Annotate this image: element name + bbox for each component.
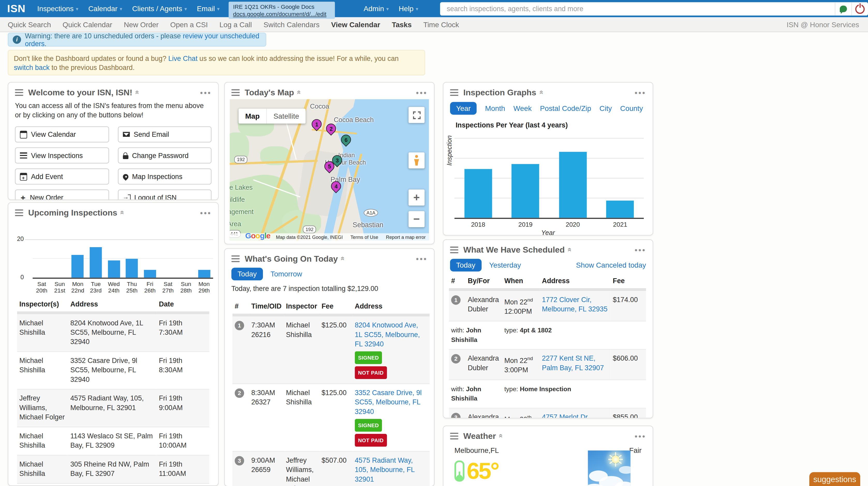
- table-row[interactable]: 1 7:30AM26216 Michael Shishilla $125.00 …: [232, 315, 429, 384]
- nav-clients-agents[interactable]: Clients / Agents▾: [127, 4, 192, 13]
- drag-handle-icon[interactable]: [450, 246, 458, 253]
- signed-badge: SIGNED: [355, 351, 382, 364]
- change-password-button[interactable]: Change Password: [118, 147, 212, 164]
- logout-button[interactable]: [852, 2, 868, 16]
- table-row[interactable]: Michael Shishilla8204 Knotwood Ave, 1L S…: [17, 313, 209, 351]
- table-row[interactable]: 2 Alexandra Dubler Mon 22nd3:00PM 2277 K…: [449, 349, 646, 380]
- nav-admin[interactable]: Admin▾: [359, 4, 394, 13]
- chat-button[interactable]: [835, 2, 851, 16]
- view-calendar-button[interactable]: View Calendar: [15, 126, 109, 142]
- map-label-cocoa-beach: Cocoa Beach: [334, 116, 374, 123]
- subnav-quick-calendar[interactable]: Quick Calendar: [63, 20, 112, 28]
- card-menu-icon[interactable]: ●●●: [416, 256, 428, 261]
- google-map[interactable]: Cocoa Cocoa Beach Indian Harbour Beach P…: [230, 99, 429, 240]
- table-row[interactable]: Jeffrey Williams, Michael Folger106 Atla…: [17, 483, 209, 486]
- drag-handle-icon[interactable]: [450, 89, 458, 95]
- terms-of-use-link[interactable]: Terms of Use: [350, 234, 378, 240]
- search-input[interactable]: [440, 5, 835, 13]
- subnav-new-order[interactable]: New Order: [124, 20, 158, 28]
- col-when: When: [502, 275, 539, 290]
- report-map-error-link[interactable]: Report a map error: [386, 234, 426, 240]
- switch-back-link[interactable]: switch back: [14, 64, 50, 72]
- logout-isn-button[interactable]: Logout of ISN: [118, 190, 212, 200]
- card-menu-icon[interactable]: ●●●: [200, 89, 212, 95]
- collapse-icon[interactable]: «: [133, 90, 142, 94]
- address-link[interactable]: 3352 Casare Drive, 9l SC55, Melbourne, F…: [355, 389, 422, 416]
- address-link[interactable]: 4757 Merlot Dr, Rockledge, FL 32955: [542, 413, 608, 419]
- map-type-satellite-button[interactable]: Satellite: [267, 109, 306, 123]
- suggestions-button[interactable]: suggestions: [809, 472, 860, 486]
- collapse-icon[interactable]: «: [295, 90, 304, 94]
- subnav-quick-search[interactable]: Quick Search: [8, 20, 51, 28]
- table-row[interactable]: Michael Shishilla1143 Weslaco St SE, Pal…: [17, 427, 209, 455]
- address-link[interactable]: 4575 Radiant Way, 105, Melbourne, FL 329…: [355, 457, 414, 483]
- table-row[interactable]: 3 Alexandra Dubler Mon 29th11:30AM 4757 …: [449, 408, 646, 419]
- drag-handle-icon[interactable]: [450, 432, 458, 439]
- nav-help[interactable]: Help▾: [394, 4, 423, 13]
- subnav-switch-calendars[interactable]: Switch Calendars: [264, 20, 319, 28]
- add-event-button[interactable]: Add Event: [15, 168, 109, 184]
- new-order-button[interactable]: +New Order: [15, 190, 109, 200]
- address-link[interactable]: 1772 Clover Cir, Melbourne, FL 32935: [542, 296, 608, 313]
- card-menu-icon[interactable]: ●●●: [416, 89, 428, 95]
- tab-city[interactable]: City: [599, 104, 612, 112]
- address-link[interactable]: 2277 Kent St NE, Palm Bay, FL 32907: [542, 355, 604, 372]
- card-menu-icon[interactable]: ●●●: [200, 210, 212, 215]
- nav-email[interactable]: Email▾: [192, 4, 224, 13]
- drag-handle-icon[interactable]: [231, 89, 240, 95]
- tab-today[interactable]: Today: [231, 267, 263, 280]
- subnav-open-a-csi[interactable]: Open a CSI: [170, 20, 208, 28]
- pegman-control[interactable]: [409, 152, 425, 168]
- show-canceled-link[interactable]: Show Canceled today: [576, 261, 646, 269]
- route-shield-192: 192: [234, 156, 248, 164]
- table-row[interactable]: Michael Shishilla3352 Casare Drive, 9l S…: [17, 351, 209, 389]
- map-marker-icon: [121, 173, 129, 180]
- nav-calendar[interactable]: Calendar▾: [83, 4, 127, 13]
- weather-location: Melbourne,FL: [455, 446, 499, 454]
- map-inspections-button[interactable]: Map Inspections: [118, 168, 212, 184]
- drag-handle-icon[interactable]: [15, 209, 23, 216]
- account-label: ISN @ Honor Services: [787, 20, 859, 28]
- collapse-icon[interactable]: «: [339, 256, 347, 260]
- collapse-icon[interactable]: «: [537, 90, 546, 94]
- table-row[interactable]: 2 8:30AM26327 Michael Shishilla $125.00 …: [232, 384, 429, 451]
- send-email-button[interactable]: Send Email: [118, 126, 212, 142]
- card-menu-icon[interactable]: ●●●: [634, 89, 646, 95]
- subnav-time-clock[interactable]: Time Clock: [424, 20, 459, 28]
- fullscreen-button[interactable]: [409, 107, 425, 123]
- view-inspections-button[interactable]: View Inspections: [15, 147, 109, 164]
- map-label-wildlife-area: Three LakesWildlife ManagementArea: [230, 181, 267, 230]
- map-marker-2[interactable]: 2: [324, 121, 338, 136]
- isn-logo[interactable]: ISN: [7, 3, 26, 15]
- tab-postal-code[interactable]: Postal Code/Zip: [540, 104, 591, 112]
- tab-tomorrow[interactable]: Tomorrow: [271, 270, 302, 278]
- tab-year[interactable]: Year: [450, 102, 477, 115]
- tab-week[interactable]: Week: [514, 104, 532, 112]
- chevron-down-icon: ▾: [120, 6, 122, 11]
- tab-month[interactable]: Month: [485, 104, 505, 112]
- subnav-view-calendar[interactable]: View Calendar: [331, 20, 380, 28]
- map-type-map-button[interactable]: Map: [239, 109, 266, 123]
- card-menu-icon[interactable]: ●●●: [634, 433, 646, 438]
- sun-icon: [611, 455, 620, 464]
- table-row[interactable]: 1 Alexandra Dubler Mon 22nd12:00PM 1772 …: [449, 290, 646, 321]
- drag-handle-icon[interactable]: [231, 255, 240, 262]
- zoom-in-button[interactable]: +: [409, 190, 425, 206]
- subnav-tasks[interactable]: Tasks: [392, 20, 412, 28]
- table-row[interactable]: 3 9:00AM26659 Jeffrey Williams, Michael …: [232, 451, 429, 486]
- address-link[interactable]: 8204 Knotwood Ave, 1L SC55, Melbourne, F…: [355, 321, 420, 348]
- tab-yesterday[interactable]: Yesterday: [489, 261, 521, 269]
- collapse-icon[interactable]: «: [119, 210, 127, 215]
- nav-inspections[interactable]: Inspections▾: [32, 4, 83, 13]
- drag-handle-icon[interactable]: [15, 89, 23, 95]
- collapse-icon[interactable]: «: [566, 248, 574, 252]
- zoom-out-button[interactable]: −: [409, 211, 425, 227]
- table-row[interactable]: Jeffrey Williams, Michael Folger4575 Rad…: [17, 389, 209, 427]
- tab-today[interactable]: Today: [450, 259, 482, 271]
- tab-county[interactable]: County: [620, 104, 643, 112]
- subnav-log-a-call[interactable]: Log a Call: [219, 20, 252, 28]
- collapse-icon[interactable]: «: [497, 434, 505, 438]
- card-menu-icon[interactable]: ●●●: [634, 247, 646, 252]
- live-chat-link[interactable]: Live Chat: [168, 55, 197, 63]
- table-row[interactable]: Michael Shishilla305 Rheine Rd NW, Palm …: [17, 455, 209, 483]
